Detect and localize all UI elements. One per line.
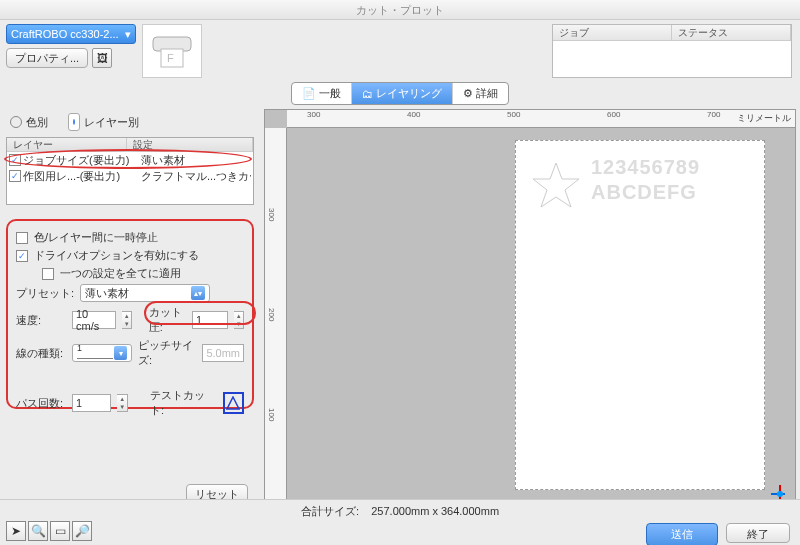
window-title: カット・プロット (0, 0, 800, 20)
radio-by-color[interactable]: 色別 (10, 113, 48, 131)
layers-icon: 🗂 (362, 88, 373, 100)
done-button[interactable]: 終了 (726, 523, 790, 543)
jobs-col-job[interactable]: ジョブ (553, 25, 672, 40)
svg-text:F: F (167, 52, 174, 64)
tool-row: ➤ 🔍 ▭ 🔎 (6, 521, 92, 541)
fit-tool[interactable]: ▭ (50, 521, 70, 541)
device-select[interactable]: CraftROBO cc330-2... ▾ (6, 24, 136, 44)
tab-layering[interactable]: 🗂レイヤリング (352, 83, 453, 104)
gear-icon: ⚙ (463, 87, 473, 100)
radio-by-layer[interactable]: レイヤー別 (68, 113, 139, 131)
passes-spinner[interactable]: ▲▼ (117, 394, 129, 412)
layer-col-name[interactable]: レイヤー (7, 138, 127, 151)
line-type-select[interactable]: 1————▾ (72, 344, 132, 362)
checkbox[interactable] (9, 154, 21, 166)
options-panel: 色/レイヤー間に一時停止 ドライバオプションを有効にする 一つの設定を全てに適用… (6, 219, 254, 409)
speed-input[interactable]: 10 cm/s (72, 311, 116, 329)
properties-button[interactable]: プロパティ... (6, 48, 88, 68)
zoom-tool[interactable]: 🔍 (28, 521, 48, 541)
speed-spinner[interactable]: ▲▼ (122, 311, 132, 329)
tab-detail[interactable]: ⚙詳細 (453, 83, 508, 104)
zoom-page-tool[interactable]: 🔎 (72, 521, 92, 541)
radio-icon (68, 113, 80, 131)
doc-icon: 📄 (302, 87, 316, 100)
checkbox[interactable] (9, 170, 21, 182)
tab-general[interactable]: 📄一般 (292, 83, 352, 104)
passes-input[interactable]: 1 (72, 394, 111, 412)
svg-point-5 (777, 491, 783, 497)
printer-preview: F (142, 24, 202, 78)
pressure-spinner[interactable]: ▲▼ (234, 311, 244, 329)
image-icon: 🖼 (97, 52, 108, 64)
passes-label: パス回数: (16, 396, 66, 411)
table-row[interactable]: ジョブサイズ(要出力) 薄い素材 (7, 152, 253, 168)
preview-text-1: 123456789 (591, 156, 700, 179)
device-select-value: CraftROBO cc330-2... (11, 28, 119, 40)
pointer-tool[interactable]: ➤ (6, 521, 26, 541)
checkbox-enable-driver[interactable] (16, 250, 28, 262)
pitch-label: ピッチサイズ: (138, 338, 196, 368)
jobs-panel: ジョブ ステータス (552, 24, 792, 78)
ruler-unit: ミリメートル (737, 112, 791, 125)
printer-icon: F (149, 31, 195, 71)
testcut-button[interactable] (223, 392, 244, 414)
speed-label: 速度: (16, 313, 66, 328)
chevron-down-icon: ▾ (125, 28, 131, 41)
testcut-label: テストカット: (150, 388, 217, 418)
layer-col-setting[interactable]: 設定 (127, 138, 253, 151)
chevron-updown-icon: ▴▾ (191, 286, 205, 300)
ruler-horizontal: 300 400 500 600 700 ミリメートル (287, 110, 795, 128)
preview-text-2: ABCDEFG (591, 181, 697, 204)
total-size-value: 257.000mm x 364.000mm (371, 505, 499, 517)
tab-bar: 📄一般 🗂レイヤリング ⚙詳細 (291, 82, 509, 105)
left-panel: 色別 レイヤー別 レイヤー 設定 ジョブサイズ(要出力) 薄い素材 作図用レ..… (0, 107, 260, 512)
table-row[interactable]: 作図用レ...-(要出力) クラフトマル...つきカード (7, 168, 253, 184)
page-preview: 123456789 ABCDEFG (515, 140, 765, 490)
line-type-label: 線の種類: (16, 346, 66, 361)
send-button[interactable]: 送信 (646, 523, 718, 545)
bottom-bar: 合計サイズ: 257.000mm x 364.000mm 送信 終了 ➤ 🔍 ▭… (0, 499, 800, 545)
triangle-icon (226, 396, 240, 410)
pressure-input[interactable]: 1 (192, 311, 228, 329)
layer-table: レイヤー 設定 ジョブサイズ(要出力) 薄い素材 作図用レ...-(要出力) ク… (6, 137, 254, 205)
radio-icon (10, 116, 22, 128)
jobs-col-status[interactable]: ステータス (672, 25, 791, 40)
checkbox-pause[interactable] (16, 232, 28, 244)
preset-label: プリセット: (16, 286, 74, 301)
preset-select[interactable]: 薄い素材▴▾ (80, 284, 210, 302)
info-icon-button[interactable]: 🖼 (92, 48, 112, 68)
star-icon (531, 161, 581, 211)
preview-canvas[interactable]: 300 400 500 600 700 ミリメートル 100 200 300 1… (264, 109, 796, 510)
chevron-updown-icon: ▾ (114, 346, 127, 360)
checkbox-apply-all[interactable] (42, 268, 54, 280)
pitch-input: 5.0mm (202, 344, 244, 362)
pressure-label: カット圧: (149, 305, 186, 335)
ruler-vertical: 100 200 300 (265, 128, 287, 509)
total-size-label: 合計サイズ: (301, 505, 359, 517)
